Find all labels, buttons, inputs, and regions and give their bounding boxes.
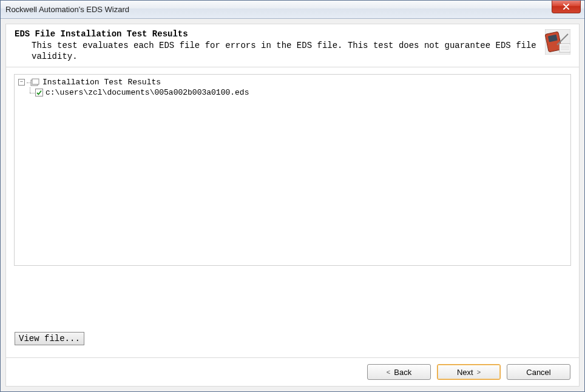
page-description: This test evaluates each EDS file for er… — [32, 40, 539, 62]
page-title: EDS File Installation Test Results — [15, 29, 539, 39]
tree-item-label: c:\users\zcl\documents\005a002b003a0100.… — [46, 88, 249, 97]
tree-collapse-icon[interactable]: − — [18, 79, 25, 86]
wizard-header: EDS File Installation Test Results This … — [6, 24, 579, 67]
dialog-content: EDS File Installation Test Results This … — [1, 19, 584, 391]
wizard-button-row: < Back Next > Cancel — [6, 357, 579, 386]
view-file-button[interactable]: View file... — [15, 332, 84, 345]
close-icon — [563, 4, 570, 10]
wizard-header-text: EDS File Installation Test Results This … — [15, 29, 539, 62]
spacer — [6, 266, 579, 357]
chevron-right-icon: > — [477, 368, 481, 376]
window-title: Rockwell Automation's EDS Wizard — [5, 5, 552, 14]
tree-root-label: Installation Test Results — [42, 78, 161, 87]
next-button[interactable]: Next > — [437, 364, 501, 380]
svg-rect-8 — [32, 79, 39, 84]
close-button[interactable] — [552, 1, 581, 13]
tree-connector — [27, 77, 30, 87]
next-button-label: Next — [457, 368, 473, 377]
wizard-window: Rockwell Automation's EDS Wizard EDS Fil… — [0, 0, 585, 392]
titlebar-buttons — [552, 1, 584, 18]
tree-root-row[interactable]: − Installation Test Results — [18, 77, 567, 87]
chevron-left-icon: < — [387, 368, 390, 376]
titlebar: Rockwell Automation's EDS Wizard — [1, 1, 584, 19]
tree-item-row[interactable]: c:\users\zcl\documents\005a002b003a0100.… — [18, 87, 567, 98]
back-button[interactable]: < Back — [367, 364, 431, 380]
check-ok-icon — [35, 89, 43, 96]
cancel-button[interactable]: Cancel — [507, 364, 570, 380]
results-tree[interactable]: − Installation Test Results — [14, 74, 571, 266]
wizard-panel: EDS File Installation Test Results This … — [5, 24, 580, 387]
tree-branch-icon — [27, 87, 35, 98]
back-button-label: Back — [394, 368, 411, 377]
folder-stack-icon — [30, 78, 40, 87]
wizard-icon — [545, 29, 570, 55]
